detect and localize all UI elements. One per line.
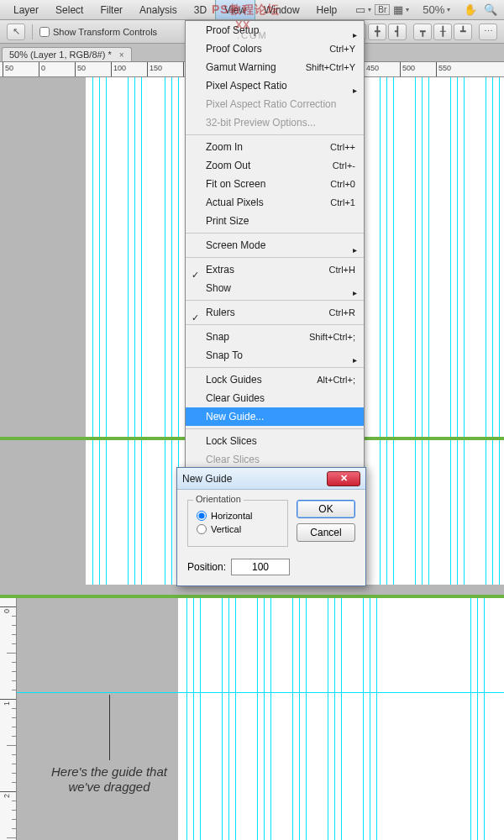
- menu-item-print-size[interactable]: Print Size: [186, 212, 364, 230]
- mb-icon[interactable]: ▭: [352, 3, 375, 16]
- vertical-guide[interactable]: [457, 77, 458, 585]
- vertical-guide[interactable]: [222, 598, 223, 840]
- menu-item-extras[interactable]: ExtrasCtrl+H: [186, 260, 364, 279]
- menu-item-zoom-in[interactable]: Zoom InCtrl++: [186, 138, 364, 156]
- zoom-icon[interactable]: 🔍: [480, 3, 501, 16]
- menu-layer[interactable]: Layer: [5, 0, 47, 19]
- orientation-legend: Orientation: [193, 494, 244, 504]
- vertical-guide[interactable]: [257, 598, 258, 840]
- vertical-guide[interactable]: [171, 77, 172, 585]
- dialog-titlebar[interactable]: New Guide ✕: [177, 468, 365, 490]
- menu-filter[interactable]: Filter: [92, 0, 131, 19]
- vertical-guide[interactable]: [499, 77, 500, 585]
- dist-2-icon[interactable]: ╂: [433, 24, 452, 40]
- menu-item-lock-guides[interactable]: Lock GuidesAlt+Ctrl+;: [186, 370, 364, 389]
- vertical-guide[interactable]: [376, 598, 377, 840]
- close-tab-icon[interactable]: ×: [119, 50, 124, 60]
- vertical-guide[interactable]: [141, 77, 142, 585]
- vertical-guide[interactable]: [165, 77, 165, 585]
- menu-item-gamut-warning[interactable]: Gamut WarningShift+Ctrl+Y: [186, 58, 364, 76]
- vertical-guide[interactable]: [328, 598, 328, 840]
- menu-select[interactable]: Select: [47, 0, 92, 19]
- menu-item-proof-setup[interactable]: Proof Setup: [186, 21, 364, 39]
- menu-item-screen-mode[interactable]: Screen Mode: [186, 236, 364, 255]
- vertical-guide[interactable]: [393, 77, 394, 585]
- vertical-guide[interactable]: [422, 77, 423, 585]
- show-transform-label: Show Transform Controls: [53, 27, 157, 37]
- radio-vertical-input[interactable]: [197, 524, 207, 534]
- vertical-guide[interactable]: [193, 598, 194, 840]
- layout-icon[interactable]: ▦: [390, 3, 412, 16]
- show-transform-checkbox[interactable]: Show Transform Controls: [39, 27, 157, 37]
- ok-button[interactable]: OK: [297, 500, 355, 518]
- menu-3d[interactable]: 3D: [186, 0, 215, 19]
- vertical-guide[interactable]: [370, 598, 370, 840]
- bottom-pasteboard: [17, 598, 178, 840]
- radio-vertical[interactable]: Vertical: [197, 524, 279, 534]
- dist-1-icon[interactable]: ┳: [413, 24, 432, 40]
- menu-help[interactable]: Help: [308, 0, 346, 19]
- dialog-close-button[interactable]: ✕: [327, 471, 360, 486]
- vertical-guide[interactable]: [380, 77, 381, 585]
- vertical-guide[interactable]: [334, 598, 335, 840]
- hand-icon[interactable]: ✋: [460, 3, 480, 16]
- position-input[interactable]: [231, 559, 290, 575]
- vertical-guide[interactable]: [186, 598, 187, 840]
- menu-item-proof-colors[interactable]: Proof ColorsCtrl+Y: [186, 39, 364, 58]
- vertical-guide[interactable]: [363, 598, 364, 840]
- ruler-vertical[interactable]: 012: [0, 598, 17, 840]
- radio-horizontal[interactable]: Horizontal: [197, 511, 279, 521]
- zoom-display[interactable]: 50%: [419, 3, 454, 16]
- align-3-icon[interactable]: ┫: [388, 24, 407, 40]
- radio-horizontal-input[interactable]: [197, 511, 207, 521]
- menu-item-zoom-out[interactable]: Zoom OutCtrl+-: [186, 156, 364, 175]
- menu-analysis[interactable]: Analysis: [131, 0, 186, 19]
- vertical-guide[interactable]: [386, 77, 387, 585]
- menu-item-lock-slices[interactable]: Lock Slices: [186, 432, 364, 450]
- vertical-guide[interactable]: [306, 598, 307, 840]
- cancel-button[interactable]: Cancel: [297, 523, 355, 542]
- bottom-canvas[interactable]: [178, 598, 504, 840]
- vertical-guide[interactable]: [228, 598, 229, 840]
- vertical-guide[interactable]: [92, 77, 93, 585]
- vertical-guide[interactable]: [450, 77, 451, 585]
- menu-item-snap-to[interactable]: Snap To: [186, 346, 364, 365]
- vertical-guide[interactable]: [134, 77, 135, 585]
- menu-item-show[interactable]: Show: [186, 279, 364, 297]
- menu-item-pixel-aspect-ratio[interactable]: Pixel Aspect Ratio: [186, 76, 364, 95]
- vertical-guide[interactable]: [200, 598, 201, 840]
- menu-item-snap[interactable]: SnapShift+Ctrl+;: [186, 328, 364, 346]
- vertical-guide[interactable]: [299, 598, 300, 840]
- vertical-guide[interactable]: [415, 77, 416, 585]
- dist-3-icon[interactable]: ┻: [454, 24, 472, 40]
- vertical-guide[interactable]: [428, 77, 429, 585]
- menu-item-new-guide[interactable]: New Guide...: [186, 407, 364, 426]
- vertical-guide[interactable]: [235, 598, 236, 840]
- menu-item-fit-on-screen[interactable]: Fit on ScreenCtrl+0: [186, 175, 364, 193]
- horizontal-guide[interactable]: [17, 692, 504, 693]
- document-tab[interactable]: 50% (Layer 1, RGB/8#) * ×: [2, 47, 132, 61]
- vertical-guide[interactable]: [270, 598, 271, 840]
- tool-preset-icon[interactable]: ↖: [7, 24, 25, 40]
- vertical-guide[interactable]: [341, 598, 342, 840]
- menu-item-clear-guides[interactable]: Clear Guides: [186, 389, 364, 407]
- watermark-text-3: .COM: [237, 30, 268, 40]
- show-transform-input[interactable]: [39, 27, 50, 37]
- more-icon[interactable]: ⋯: [479, 24, 497, 40]
- vertical-guide[interactable]: [492, 77, 493, 585]
- vertical-guide[interactable]: [99, 77, 100, 585]
- menu-item-actual-pixels[interactable]: Actual PixelsCtrl+1: [186, 193, 364, 212]
- vertical-guide[interactable]: [486, 77, 486, 585]
- vertical-guide[interactable]: [264, 598, 265, 840]
- bottom-segment: 012 Here's the guide thatwe've dragged: [0, 598, 504, 840]
- vertical-guide[interactable]: [128, 77, 129, 585]
- menu-item-rulers[interactable]: RulersCtrl+R: [186, 303, 364, 322]
- vertical-guide[interactable]: [484, 598, 485, 840]
- vertical-guide[interactable]: [477, 598, 478, 840]
- vertical-guide[interactable]: [292, 598, 293, 840]
- vertical-guide[interactable]: [106, 77, 107, 585]
- align-2-icon[interactable]: ╋: [368, 24, 386, 40]
- vertical-guide[interactable]: [470, 598, 471, 840]
- bridge-icon[interactable]: Br: [375, 4, 390, 15]
- vertical-guide[interactable]: [464, 77, 465, 585]
